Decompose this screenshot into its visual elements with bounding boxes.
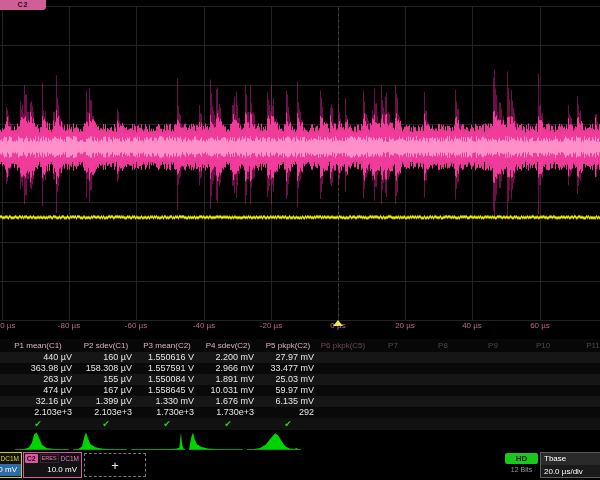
param-header-p5[interactable]: P5 pkpk(C2) bbox=[258, 339, 318, 352]
tbase-label: Tbase bbox=[541, 453, 600, 465]
c1-vdiv-value: 10.0 mV bbox=[0, 464, 21, 476]
status-check-icon: ✔ bbox=[258, 418, 318, 430]
hd-mode-badge[interactable]: HD bbox=[505, 453, 538, 464]
status-check-icon: ✔ bbox=[136, 418, 198, 430]
trigger-position-marker[interactable] bbox=[333, 320, 343, 326]
param-value: 1.550616 V bbox=[136, 352, 198, 363]
oscilloscope-screen: C2 -100 µs-80 µs-60 µs-40 µs-20 µs0 µs20… bbox=[0, 0, 600, 480]
param-value: 1.558645 V bbox=[136, 385, 198, 396]
param-header-p3[interactable]: P3 mean(C2) bbox=[136, 339, 198, 352]
time-axis-label: 40 µs bbox=[462, 321, 482, 330]
histicon-strip bbox=[0, 431, 600, 451]
param-value: 440 µV bbox=[0, 352, 76, 363]
c1-coupling-label: DC1M bbox=[1, 453, 19, 464]
param-header-p4[interactable]: P4 sdev(C2) bbox=[198, 339, 258, 352]
param-value: 160 µV bbox=[76, 352, 136, 363]
timebase-descriptor[interactable]: Tbase 20.0 µs/div bbox=[540, 452, 600, 478]
c2-coupling-label: DC1M bbox=[61, 453, 79, 464]
param-value: 155 µV bbox=[76, 374, 136, 385]
bottom-toolbar: DC1M 10.0 mV C2 ERES DC1M 10.0 mV + HD 1… bbox=[0, 452, 600, 480]
status-check-icon: ✔ bbox=[198, 418, 258, 430]
time-axis-label: -100 µs bbox=[0, 321, 15, 330]
param-value: 59.97 mV bbox=[258, 385, 318, 396]
time-axis-label: -20 µs bbox=[260, 321, 282, 330]
param-header-p8[interactable]: P8 bbox=[418, 339, 468, 352]
channel-descriptor-c1[interactable]: DC1M 10.0 mV bbox=[0, 452, 22, 478]
histicon-p5[interactable] bbox=[246, 431, 302, 450]
status-check-icon: ✔ bbox=[76, 418, 136, 430]
histicon-p4[interactable] bbox=[188, 431, 244, 450]
measure-row: 263 µV155 µV1.550084 V1.891 mV25.03 mV bbox=[0, 374, 600, 385]
param-value: 1.550084 V bbox=[136, 374, 198, 385]
histicon-p1[interactable] bbox=[14, 431, 70, 450]
measure-row: 32.16 µV1.399 µV1.330 mV1.676 mV6.135 mV bbox=[0, 396, 600, 407]
param-value: 10.031 mV bbox=[198, 385, 258, 396]
trace-label-tab[interactable]: C2 bbox=[0, 0, 46, 10]
param-value: 2.103e+3 bbox=[76, 407, 136, 418]
histicon-p2[interactable] bbox=[72, 431, 128, 450]
waveform-grid-canvas bbox=[0, 0, 600, 332]
param-value: 263 µV bbox=[0, 374, 76, 385]
measure-row: 440 µV160 µV1.550616 V2.200 mV27.97 mV bbox=[0, 352, 600, 363]
param-value: 2.966 mV bbox=[198, 363, 258, 374]
plus-icon: + bbox=[111, 458, 119, 473]
time-axis-label: -40 µs bbox=[193, 321, 215, 330]
param-value: 1.891 mV bbox=[198, 374, 258, 385]
c2-vdiv-value: 10.0 mV bbox=[24, 464, 81, 476]
param-value: 167 µV bbox=[76, 385, 136, 396]
histicon-p3[interactable] bbox=[130, 431, 186, 450]
param-value: 1.399 µV bbox=[76, 396, 136, 407]
param-header-p6[interactable]: P6 pkpk(C5) bbox=[318, 339, 368, 352]
param-value: 363.98 µV bbox=[0, 363, 76, 374]
status-check-icon: ✔ bbox=[0, 418, 76, 430]
hd-bits-label: 12 Bits bbox=[505, 466, 538, 473]
measure-row: 363.98 µV158.308 µV1.557591 V2.966 mV33.… bbox=[0, 363, 600, 374]
channel-descriptor-c2[interactable]: C2 ERES DC1M 10.0 mV bbox=[23, 452, 82, 478]
measure-row: 2.103e+32.103e+31.730e+31.730e+3292 bbox=[0, 407, 600, 418]
param-header-p1[interactable]: P1 mean(C1) bbox=[0, 339, 76, 352]
tbase-value: 20.0 µs/div bbox=[541, 465, 600, 477]
measurement-table: P1 mean(C1)P2 sdev(C1)P3 mean(C2)P4 sdev… bbox=[0, 339, 600, 430]
time-axis-label: -60 µs bbox=[125, 321, 147, 330]
param-value: 1.730e+3 bbox=[136, 407, 198, 418]
time-axis: -100 µs-80 µs-60 µs-40 µs-20 µs0 µs20 µs… bbox=[0, 321, 600, 333]
param-value: 32.16 µV bbox=[0, 396, 76, 407]
param-value: 33.477 mV bbox=[258, 363, 318, 374]
add-trace-button[interactable]: + bbox=[84, 453, 146, 477]
param-header-p11[interactable]: P11 bbox=[568, 339, 600, 352]
param-header-p7[interactable]: P7 bbox=[368, 339, 418, 352]
c2-channel-chip: C2 bbox=[25, 454, 38, 463]
param-header-p9[interactable]: P9 bbox=[468, 339, 518, 352]
param-value: 2.103e+3 bbox=[0, 407, 76, 418]
param-header-p2[interactable]: P2 sdev(C1) bbox=[76, 339, 136, 352]
param-value: 2.200 mV bbox=[198, 352, 258, 363]
c2-eres-badge: ERES bbox=[40, 454, 59, 463]
param-value: 1.730e+3 bbox=[198, 407, 258, 418]
time-axis-label: 60 µs bbox=[530, 321, 550, 330]
param-value: 6.135 mV bbox=[258, 396, 318, 407]
param-value: 25.03 mV bbox=[258, 374, 318, 385]
param-value: 1.330 mV bbox=[136, 396, 198, 407]
param-value: 474 µV bbox=[0, 385, 76, 396]
time-axis-label: 20 µs bbox=[395, 321, 415, 330]
param-value: 158.308 µV bbox=[76, 363, 136, 374]
param-value: 1.557591 V bbox=[136, 363, 198, 374]
measure-row: 474 µV167 µV1.558645 V10.031 mV59.97 mV bbox=[0, 385, 600, 396]
param-value: 1.676 mV bbox=[198, 396, 258, 407]
param-value: 27.97 mV bbox=[258, 352, 318, 363]
time-axis-label: -80 µs bbox=[58, 321, 80, 330]
param-header-p10[interactable]: P10 bbox=[518, 339, 568, 352]
param-value: 292 bbox=[258, 407, 318, 418]
